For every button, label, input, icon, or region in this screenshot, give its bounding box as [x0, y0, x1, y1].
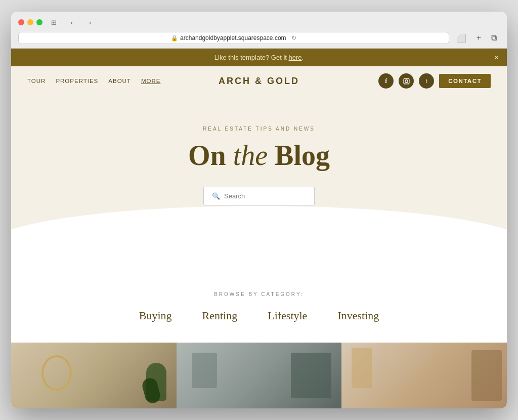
announcement-link[interactable]: here	[289, 54, 302, 61]
address-bar[interactable]: 🔒 archandgoldbyapplet.squarespace.com ↻	[18, 32, 449, 44]
lock-icon: 🔒	[171, 35, 178, 41]
hero-title: On the Blog	[21, 140, 497, 172]
category-list: Buying Renting Lifestyle Investing	[21, 309, 497, 322]
site-logo[interactable]: ARCH & GOLD	[219, 76, 299, 87]
category-investing[interactable]: Investing	[337, 309, 379, 322]
blog-images-strip	[11, 343, 507, 408]
search-bar[interactable]: 🔍	[203, 187, 315, 205]
image-detail-1	[192, 353, 217, 388]
twitter-icon[interactable]: t	[419, 73, 434, 89]
blog-image-2[interactable]	[177, 343, 342, 408]
contact-button[interactable]: CONTACT	[439, 74, 491, 88]
nav-right: f t CONTACT	[378, 73, 491, 89]
category-renting[interactable]: Renting	[202, 309, 238, 322]
navigation-wrapper: TOUR PROPERTIES ABOUT MORE ARCH & GOLD f	[11, 66, 507, 96]
blog-image-3[interactable]	[341, 343, 507, 408]
hero-title-italic: the	[233, 140, 268, 171]
sidebar-toggle[interactable]: ⊞	[47, 17, 61, 28]
hero-title-on: On	[188, 140, 233, 171]
facebook-icon[interactable]: f	[378, 73, 394, 89]
minimize-button[interactable]	[27, 19, 33, 25]
forward-button[interactable]: ›	[83, 17, 97, 28]
hero-title-blog: Blog	[268, 140, 330, 171]
svg-point-2	[408, 79, 408, 80]
search-icon: 🔍	[212, 192, 220, 200]
browse-section: BROWSE BY CATEGORY: Buying Renting Lifes…	[11, 266, 507, 343]
instagram-icon[interactable]	[399, 73, 414, 89]
category-buying[interactable]: Buying	[139, 309, 172, 322]
close-button[interactable]	[18, 19, 24, 25]
traffic-lights	[18, 19, 42, 25]
category-lifestyle[interactable]: Lifestyle	[268, 309, 307, 322]
announcement-bar: Like this template? Get it here. ×	[11, 49, 507, 66]
url-text: archandgoldbyapplet.squarespace.com	[180, 34, 286, 41]
image-detail-4	[471, 350, 502, 401]
nav-left: TOUR PROPERTIES ABOUT MORE	[27, 78, 160, 84]
site-content: Like this template? Get it here. × TOUR …	[11, 49, 507, 408]
share-button[interactable]: ⬜	[453, 32, 469, 44]
hero-subtitle: REAL ESTATE TIPS AND NEWS	[21, 126, 497, 132]
new-tab-button[interactable]: +	[473, 32, 484, 44]
maximize-button[interactable]	[36, 19, 42, 25]
refresh-icon[interactable]: ↻	[291, 34, 296, 41]
announcement-close-button[interactable]: ×	[494, 53, 499, 62]
svg-rect-0	[404, 78, 409, 84]
nav-about[interactable]: ABOUT	[108, 78, 131, 84]
browser-chrome: ⊞ ‹ › 🔒 archandgoldbyapplet.squarespace.…	[11, 12, 507, 49]
browser-window: ⊞ ‹ › 🔒 archandgoldbyapplet.squarespace.…	[11, 12, 507, 408]
svg-point-1	[405, 79, 407, 82]
browse-label: BROWSE BY CATEGORY:	[21, 291, 497, 297]
nav-tour[interactable]: TOUR	[27, 78, 46, 84]
announcement-text: Like this template? Get it	[214, 54, 289, 61]
back-button[interactable]: ‹	[65, 17, 79, 28]
blog-image-1[interactable]	[11, 343, 177, 408]
mirror-shape	[41, 355, 72, 391]
hero-section: REAL ESTATE TIPS AND NEWS On the Blog 🔍	[11, 96, 507, 266]
more-button[interactable]: ⧉	[488, 32, 500, 44]
image-detail-2	[291, 353, 331, 398]
nav-properties[interactable]: PROPERTIES	[56, 78, 98, 84]
nav-more[interactable]: MORE	[141, 78, 161, 84]
main-nav: TOUR PROPERTIES ABOUT MORE ARCH & GOLD f	[11, 66, 507, 96]
search-input[interactable]	[224, 192, 306, 200]
image-detail-3	[352, 348, 372, 388]
